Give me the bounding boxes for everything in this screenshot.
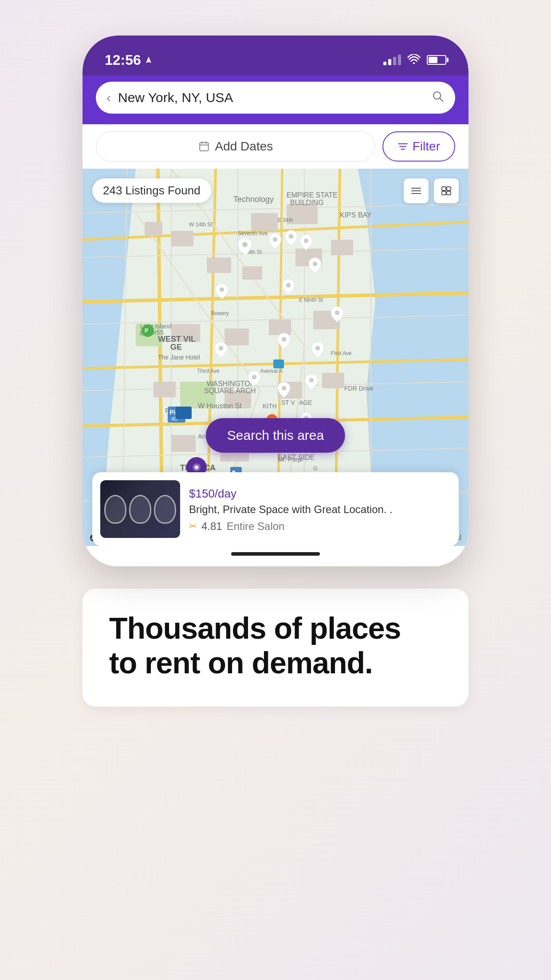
search-this-area-button[interactable]: Search this area — [206, 418, 345, 453]
svg-rect-25 — [145, 222, 162, 235]
map-pin-6[interactable] — [216, 283, 228, 301]
svg-rect-104 — [447, 191, 451, 195]
svg-point-118 — [309, 378, 314, 383]
caption-text: Thousands of places to rent on demand. — [109, 611, 442, 680]
listing-card-fade — [428, 472, 459, 546]
svg-point-105 — [242, 242, 248, 247]
svg-point-116 — [252, 375, 257, 379]
svg-text:Seventh Ave: Seventh Ave — [238, 230, 268, 237]
svg-point-112 — [335, 310, 340, 315]
listing-rating: 4.81 — [201, 520, 222, 533]
svg-point-109 — [313, 261, 318, 266]
listing-title: Bright, Private Space with Great Locatio… — [189, 503, 451, 516]
svg-text:FDR Drive: FDR Drive — [344, 385, 374, 392]
svg-rect-96 — [176, 407, 192, 419]
listing-image — [100, 480, 180, 538]
map-pin-1[interactable] — [238, 237, 252, 257]
map-pin-4[interactable] — [300, 234, 312, 252]
svg-rect-32 — [331, 240, 353, 255]
svg-text:Third Ave: Third Ave — [197, 368, 220, 374]
caption-line-2: to rent on demand. — [109, 646, 373, 680]
svg-text:First Ave: First Ave — [331, 350, 352, 356]
svg-rect-101 — [442, 187, 446, 190]
caption-line-1: Thousands of places — [109, 611, 401, 645]
svg-rect-102 — [447, 187, 451, 190]
search-area-header: ‹ New York, NY, USA — [83, 75, 468, 124]
svg-point-108 — [304, 238, 309, 243]
svg-point-113 — [219, 346, 224, 351]
search-area-label: Search this area — [227, 428, 324, 443]
svg-rect-27 — [251, 213, 278, 231]
svg-text:The Jane Hotel: The Jane Hotel — [158, 354, 200, 361]
filter-label: Filter — [413, 139, 440, 154]
svg-point-115 — [315, 346, 320, 351]
svg-rect-29 — [207, 257, 231, 273]
search-location-text: New York, NY, USA — [118, 90, 424, 105]
map-container[interactable]: Technology EMPIRE STATE BUILDING KIPS BA… — [83, 169, 468, 546]
svg-rect-103 — [442, 191, 446, 195]
svg-text:Bowery: Bowery — [211, 310, 229, 316]
filter-icon — [398, 142, 408, 151]
search-icon[interactable] — [431, 90, 445, 106]
listings-count-text: 243 Listings Found — [103, 184, 201, 198]
map-controls — [404, 178, 459, 203]
home-indicator — [83, 546, 468, 566]
map-pin-8[interactable] — [331, 306, 343, 324]
listing-meta: ✂ 4.81 Entire Salon — [189, 520, 451, 533]
svg-text:E 34th: E 34th — [278, 217, 293, 223]
battery-icon — [427, 55, 446, 65]
back-button[interactable]: ‹ — [106, 90, 111, 105]
status-bar: 12:56 — [83, 36, 468, 75]
svg-rect-3 — [200, 142, 209, 150]
add-dates-button[interactable]: Add Dates — [96, 131, 375, 162]
map-pin-7[interactable] — [282, 279, 295, 296]
map-pin-14[interactable] — [305, 374, 318, 391]
filter-button[interactable]: Filter — [382, 131, 455, 162]
svg-text:GE: GE — [170, 343, 182, 352]
map-pin-10[interactable] — [278, 333, 290, 351]
svg-text:Technology: Technology — [233, 195, 274, 204]
map-pin-5[interactable] — [309, 257, 321, 275]
map-pin-2[interactable] — [269, 233, 281, 251]
svg-text:G: G — [313, 466, 317, 472]
svg-text:W Houston St: W Houston St — [198, 402, 242, 410]
list-view-button[interactable] — [404, 178, 429, 203]
svg-point-114 — [282, 337, 287, 342]
location-arrow-icon — [145, 56, 153, 64]
svg-point-107 — [289, 234, 294, 239]
caption-area: Thousands of places to rent on demand. — [83, 589, 468, 707]
status-icons — [383, 53, 446, 67]
phone-frame: 12:56 — [83, 36, 468, 566]
svg-text:Mr. Purpl: Mr. Purpl — [278, 456, 303, 463]
svg-point-117 — [282, 386, 287, 391]
svg-rect-37 — [153, 382, 176, 397]
listing-price: $150/day — [189, 486, 451, 501]
signal-icon — [383, 55, 401, 65]
svg-point-121 — [195, 466, 198, 469]
wifi-icon — [407, 53, 421, 67]
map-pin-11[interactable] — [311, 342, 324, 360]
listing-card[interactable]: $150/day Bright, Private Space with Grea… — [92, 472, 459, 546]
svg-text:Avenue A: Avenue A — [260, 368, 283, 374]
map-pin-3[interactable] — [285, 230, 297, 248]
listing-type: Entire Salon — [227, 520, 285, 533]
status-time: 12:56 — [105, 52, 153, 68]
svg-text:AGE: AGE — [299, 399, 312, 406]
add-dates-label: Add Dates — [215, 139, 273, 154]
map-pin-12[interactable] — [248, 371, 260, 388]
svg-point-0 — [413, 62, 415, 63]
svg-rect-97 — [273, 360, 284, 368]
search-bar[interactable]: ‹ New York, NY, USA — [96, 82, 455, 114]
grid-view-button[interactable] — [434, 178, 459, 203]
listings-count-badge: 243 Listings Found — [92, 178, 211, 203]
svg-rect-30 — [242, 266, 262, 280]
svg-text:E Ninth St: E Ninth St — [299, 297, 323, 303]
svg-rect-40 — [322, 373, 344, 388]
svg-text:KITH: KITH — [263, 403, 277, 410]
map-pin-13[interactable] — [278, 382, 290, 399]
svg-text:P: P — [145, 328, 148, 334]
map-pin-9[interactable] — [215, 342, 227, 360]
svg-point-110 — [220, 287, 224, 292]
svg-rect-26 — [171, 231, 193, 246]
svg-point-111 — [286, 283, 291, 288]
